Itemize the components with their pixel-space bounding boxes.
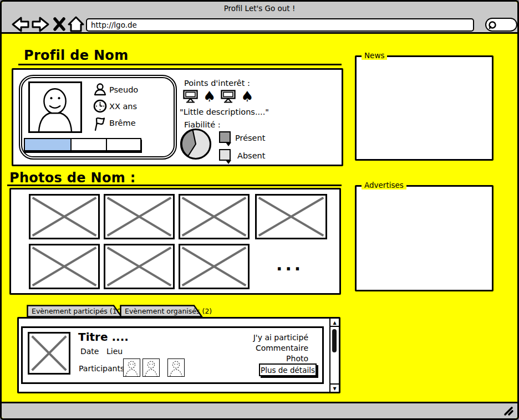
scroll-down-arrow-icon[interactable]: ▼ — [330, 383, 339, 392]
present-label: Présent — [235, 134, 265, 142]
pseudo-label: Pseudo — [109, 85, 138, 94]
spade-icon: ♠ — [241, 90, 253, 103]
participant-avatar[interactable] — [167, 358, 185, 377]
clock-icon — [93, 99, 107, 115]
photo-placeholder[interactable] — [29, 244, 100, 289]
event-image-placeholder[interactable] — [28, 332, 70, 375]
close-x-icon — [53, 17, 66, 31]
progress-empty-segment — [106, 139, 140, 150]
participants-label: Participants : — [79, 364, 129, 373]
scrollbar-thumb[interactable] — [332, 329, 337, 352]
home-button[interactable] — [67, 16, 85, 35]
event-action-links: J'y ai participé Commentaire Photo — [253, 332, 308, 364]
age-label: XX ans — [109, 102, 137, 111]
participant-avatar[interactable] — [123, 358, 140, 377]
home-icon — [67, 16, 85, 33]
advertises-box — [355, 185, 493, 291]
stop-button[interactable] — [53, 17, 66, 33]
scroll-up-arrow-icon[interactable]: ▲ — [330, 319, 339, 327]
present-legend-swatch[interactable] — [219, 131, 231, 143]
photo-placeholder[interactable] — [255, 194, 327, 239]
magnifier-icon — [487, 20, 500, 31]
resize-handle-icon[interactable] — [503, 405, 514, 416]
photo-placeholder[interactable] — [29, 194, 100, 239]
reliability-pie-chart — [180, 128, 212, 162]
photos-heading-underline — [7, 185, 342, 186]
browser-chrome: Profil Let's Go out ! — [2, 2, 517, 34]
photos-panel: ... — [9, 188, 341, 295]
forward-button[interactable] — [30, 16, 52, 35]
city-label: Brême — [109, 119, 136, 127]
person-icon — [93, 83, 107, 99]
profile-progress-bar — [24, 138, 141, 151]
comment-link[interactable]: Commentaire — [253, 343, 308, 354]
absent-label: Absent — [237, 151, 265, 160]
news-box — [355, 55, 493, 161]
photo-placeholder[interactable] — [104, 244, 175, 289]
events-panel: ▲ ▼ Titre .... Date Lieu Participants : … — [17, 317, 340, 393]
news-group-label: News — [362, 51, 387, 60]
tab-label: Evènement organisés (2) — [125, 307, 212, 315]
photo-placeholder[interactable] — [104, 194, 175, 239]
url-input[interactable] — [86, 18, 474, 32]
photo-link[interactable]: Photo — [253, 354, 308, 364]
absent-legend-swatch[interactable] — [219, 149, 231, 161]
profile-avatar — [28, 81, 82, 133]
event-title: Titre .... — [78, 330, 129, 344]
tab-events-participated[interactable]: Evènement participés (10) — [27, 305, 123, 317]
participant-avatar[interactable] — [143, 358, 160, 377]
back-arrow-icon — [9, 16, 30, 33]
tab-label: Evènement participés (10) — [32, 307, 124, 315]
profile-description: "Little descriptions...." — [180, 107, 269, 116]
monitor-icon — [221, 90, 236, 103]
tab-events-organized[interactable]: Evènement organisés (2) — [120, 305, 203, 317]
back-button[interactable] — [9, 16, 30, 35]
participated-link[interactable]: J'y ai participé — [253, 332, 308, 343]
event-place: Lieu — [106, 347, 123, 356]
flag-icon — [93, 116, 108, 134]
status-bar — [2, 402, 517, 418]
interests-label: Points d'interêt : — [184, 79, 250, 88]
photo-placeholder[interactable] — [179, 244, 250, 289]
search-button[interactable] — [485, 18, 517, 32]
more-photos-indicator: ... — [276, 255, 303, 274]
profile-heading-underline — [18, 64, 342, 65]
profile-panel: Pseudo XX ans Brême Points d'interêt : ♠… — [12, 68, 343, 166]
advertises-group-label: Advertises — [362, 181, 406, 189]
profile-heading: Profil de Nom — [24, 48, 128, 63]
window-title: Profil Let's Go out ! — [2, 4, 517, 13]
avatar-person-sketch — [30, 83, 80, 131]
interest-icons-row: ♠ ♠ — [183, 90, 254, 103]
spade-icon: ♠ — [203, 90, 216, 103]
browser-window: Profil Let's Go out ! Profil de Nom — [0, 0, 519, 420]
event-card: Titre .... Date Lieu Participants : J'y … — [21, 326, 324, 384]
monitor-icon — [183, 90, 198, 103]
event-date: Date — [80, 347, 99, 356]
progress-filled-segment — [25, 139, 70, 150]
photo-placeholder[interactable] — [179, 194, 250, 239]
details-button[interactable]: Plus de détails — [259, 363, 317, 376]
forward-arrow-icon — [30, 16, 52, 33]
progress-empty-segment — [70, 139, 106, 150]
photos-heading: Photos de Nom : — [9, 170, 136, 186]
events-scrollbar[interactable]: ▲ ▼ — [329, 319, 339, 392]
